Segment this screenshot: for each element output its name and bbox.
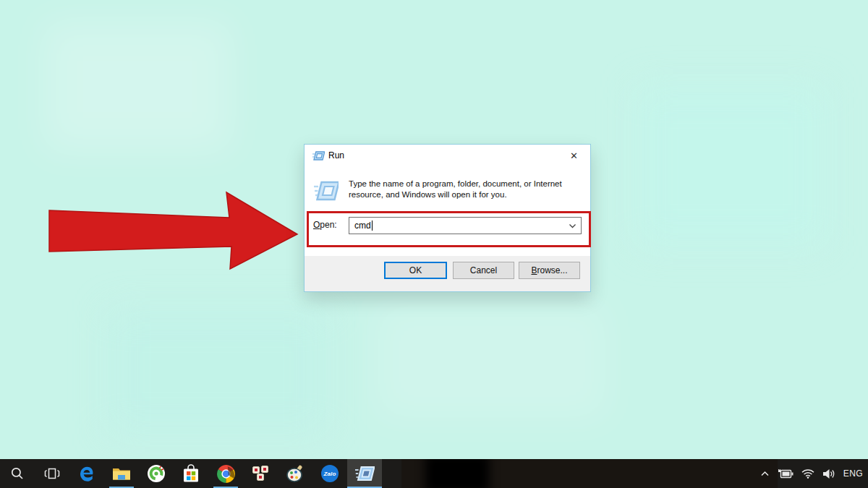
taskbar-paint-button[interactable] xyxy=(278,459,312,488)
taskbar-search-button[interactable] xyxy=(0,459,35,488)
run-dialog: Run ✕ Type the name of a program, folder… xyxy=(304,144,591,292)
search-icon xyxy=(10,466,25,481)
taskbar-chrome-button[interactable] xyxy=(208,459,243,488)
taskbar-coccoc-button[interactable] xyxy=(139,459,174,488)
file-explorer-icon xyxy=(112,466,131,481)
close-button[interactable]: ✕ xyxy=(558,145,590,166)
chrome-icon xyxy=(217,465,235,483)
paint-icon xyxy=(286,464,305,483)
show-hidden-icons-chevron-icon[interactable] xyxy=(760,470,770,477)
desktop-texture xyxy=(109,311,326,434)
microsoft-store-icon xyxy=(182,464,200,483)
dialog-button-strip: OK Cancel Browse... xyxy=(305,256,590,291)
run-icon-large xyxy=(314,181,339,202)
volume-icon[interactable] xyxy=(822,468,835,479)
run-icon xyxy=(355,466,375,482)
dialog-titlebar[interactable]: Run ✕ xyxy=(305,145,590,166)
coccoc-icon xyxy=(147,464,166,483)
chevron-down-icon[interactable] xyxy=(569,223,576,229)
zalo-icon: Zalo xyxy=(321,465,339,482)
edge-icon xyxy=(78,465,96,483)
task-view-icon xyxy=(44,467,60,480)
browse-button[interactable]: Browse... xyxy=(519,262,580,279)
run-icon xyxy=(312,151,325,160)
cancel-button[interactable]: Cancel xyxy=(453,262,514,279)
desktop-texture xyxy=(376,304,608,419)
open-combobox-value: cmd xyxy=(349,221,371,231)
language-indicator[interactable]: ENG xyxy=(843,468,863,479)
taskbar-run-button[interactable] xyxy=(347,459,382,488)
open-label: Open: xyxy=(313,220,337,230)
dialog-message-line1: Type the name of a program, folder, docu… xyxy=(349,179,562,189)
unikey-icon xyxy=(252,466,269,481)
taskbar-edge-button[interactable] xyxy=(69,459,104,488)
taskbar: Zalo xyxy=(0,459,868,488)
taskbar-file-explorer-button[interactable] xyxy=(104,459,139,488)
text-caret xyxy=(372,221,373,231)
taskbar-task-view-button[interactable] xyxy=(35,459,69,488)
battery-icon[interactable] xyxy=(778,469,793,479)
annotation-arrow-icon xyxy=(43,187,304,275)
desktop-texture xyxy=(43,22,231,152)
taskbar-zalo-button[interactable]: Zalo xyxy=(312,459,347,488)
taskbar-unikey-button[interactable] xyxy=(243,459,278,488)
wifi-icon[interactable] xyxy=(801,468,814,479)
taskbar-shadow-blob xyxy=(425,459,489,488)
ok-button[interactable]: OK xyxy=(384,262,447,279)
zalo-label: Zalo xyxy=(323,471,336,477)
dialog-message-line2: resource, and Windows will open it for y… xyxy=(349,189,562,200)
taskbar-store-button[interactable] xyxy=(174,459,208,488)
dialog-title: Run xyxy=(328,145,344,166)
close-icon: ✕ xyxy=(570,150,578,161)
open-combobox[interactable]: cmd xyxy=(349,217,582,234)
desktop-texture xyxy=(637,87,825,246)
